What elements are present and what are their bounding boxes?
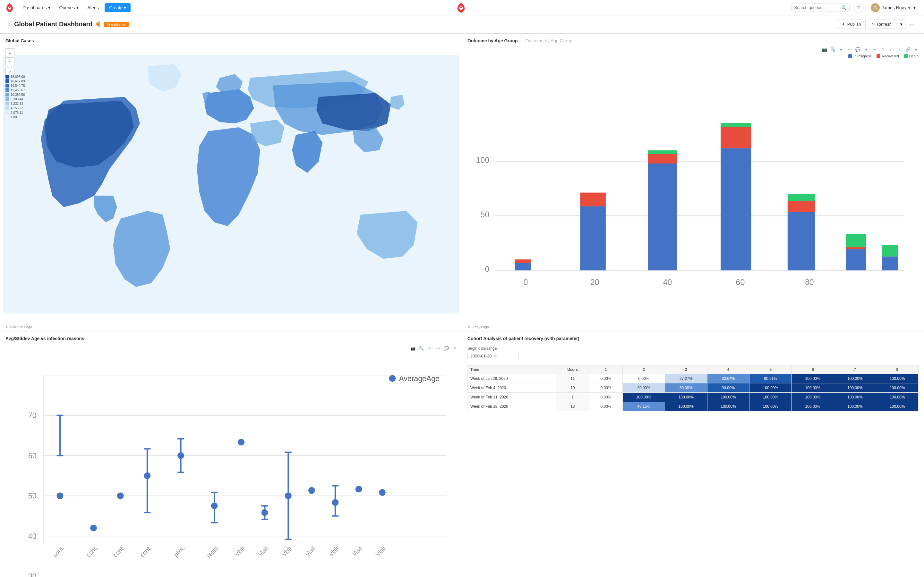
cohort-value-cell: 100.00% — [792, 383, 834, 392]
outcome-footer: ↻ 8 days ago — [462, 323, 924, 331]
svg-rect-27 — [720, 123, 751, 127]
cohort-value-cell: 100.00% — [792, 374, 834, 383]
avg-camera-icon[interactable]: 📷 — [409, 345, 417, 352]
navbar-center — [133, 2, 788, 13]
map-legend-item: 10,386.56 — [5, 93, 25, 97]
svg-text:50: 50 — [480, 210, 489, 219]
nav-dashboards[interactable]: Dashboards ▾ — [19, 3, 53, 12]
svg-text:Visit: Visit — [327, 545, 340, 558]
cohort-value-cell: 100.00% — [834, 383, 876, 392]
svg-rect-25 — [720, 148, 751, 270]
cohort-value-cell: 0.00% — [589, 402, 622, 411]
avatar: JN — [871, 3, 880, 12]
avg-comment-icon[interactable]: 💬 — [443, 345, 450, 352]
col-5: 5 — [750, 365, 792, 374]
cohort-value-cell: 0.00% — [589, 392, 622, 402]
pencil-icon: ✎ — [494, 354, 497, 358]
publish-button[interactable]: ✈ Publish — [837, 19, 866, 29]
zoom-in-button[interactable]: + — [5, 48, 15, 57]
date-input[interactable]: 2020-01-28 ✎ — [467, 352, 519, 360]
svg-rect-30 — [788, 194, 815, 201]
navbar: Dashboards ▾ Queries ▾ Alerts Create ▾ 🔍… — [0, 0, 924, 15]
cohort-value-cell: 100.00% — [876, 392, 919, 402]
search-icon: 🔍 — [841, 5, 846, 10]
map-legend-item: 8,309.44 — [5, 97, 25, 101]
favorite-star-icon[interactable]: ☆ — [6, 21, 11, 28]
camera-icon[interactable]: 📷 — [821, 46, 828, 53]
search-box[interactable]: 🔍 — [792, 3, 850, 12]
user-chevron-icon: ▾ — [913, 5, 916, 10]
help-button[interactable]: ? — [853, 3, 864, 13]
svg-rect-23 — [648, 154, 677, 163]
comment-icon[interactable]: 💬 — [855, 46, 861, 53]
avg-zoom-icon[interactable]: 🔍 — [418, 345, 425, 352]
avg-menu-icon[interactable]: ≡ — [451, 345, 458, 352]
col-time: Time — [468, 365, 556, 374]
svg-point-82 — [379, 489, 386, 496]
create-button[interactable]: Create ▾ — [105, 3, 131, 12]
dashboard-actions: ✈ Publish ↻ Refresh ▾ ⋯ — [837, 19, 918, 29]
search-input[interactable] — [795, 5, 839, 10]
navbar-right: 🔍 ? JN James Nguyen ▾ — [792, 1, 919, 14]
cohort-value-cell: 100.00% — [876, 374, 919, 383]
bar-chart-legend: In Progress Recovered Death — [462, 54, 924, 59]
select-icon[interactable]: ⋯ — [846, 46, 853, 53]
avg-add-icon[interactable]: + — [426, 345, 433, 352]
home-icon[interactable]: ⌂ — [888, 46, 895, 53]
updown-icon[interactable]: ↕ — [896, 46, 903, 53]
svg-point-76 — [309, 487, 315, 494]
col-4: 4 — [707, 365, 750, 374]
nav-alerts[interactable]: Alerts — [84, 3, 102, 12]
plus-icon[interactable]: + — [863, 46, 870, 53]
col-1: 1 — [589, 365, 622, 374]
cohort-value-cell: 50.00% — [665, 383, 707, 392]
avg-select-icon[interactable]: ⋯ — [435, 345, 441, 352]
cohort-time-cell: Week of Feb 11, 2020 — [468, 392, 556, 402]
more-options-button[interactable]: ⋯ — [907, 19, 918, 29]
svg-rect-2 — [9, 6, 10, 8]
user-menu[interactable]: JN James Nguyen ▾ — [867, 1, 919, 14]
svg-rect-35 — [882, 245, 898, 256]
cohort-panel: Cohort Analysis of patient recovery (wit… — [462, 332, 924, 577]
svg-text:Visit: Visit — [351, 545, 364, 558]
cohort-value-cell: 90.91% — [750, 374, 792, 383]
svg-rect-20 — [580, 206, 606, 271]
nav-queries[interactable]: Queries ▾ — [56, 3, 82, 12]
svg-rect-21 — [580, 193, 606, 206]
zoom-icon[interactable]: 🔍 — [829, 46, 837, 53]
outcome-title: Outcome by Age Group — [467, 38, 518, 43]
dashboard-icon: 🍕 — [95, 21, 102, 27]
col-2: 2 — [623, 365, 665, 374]
cohort-value-cell: 100.00% — [834, 374, 876, 383]
refresh-icon: ↻ — [871, 22, 875, 27]
svg-rect-18 — [515, 263, 531, 271]
clock-icon: ↻ — [5, 325, 9, 329]
svg-text:20: 20 — [590, 277, 599, 287]
svg-text:Visit: Visit — [304, 545, 317, 558]
svg-point-62 — [178, 452, 184, 459]
avg-age-chart: 70 60 50 40 30 AverageAge — [0, 353, 462, 577]
cohort-value-cell: 63.64% — [707, 374, 750, 383]
link-icon[interactable]: 🔗 — [905, 46, 911, 53]
add-icon[interactable]: + — [838, 46, 845, 53]
map-svg-area — [0, 46, 462, 323]
cross-icon[interactable]: ✕ — [879, 46, 887, 53]
dashboard-header: ☆ Global Patient Dashboard 🍕 Unpublished… — [0, 15, 924, 33]
refresh-button[interactable]: ↻ Refresh — [867, 19, 897, 29]
outcome-chart-content: 0 50 100 0 20 40 60 80 — [462, 59, 924, 323]
refresh-dropdown-button[interactable]: ▾ — [898, 19, 905, 29]
minus-icon[interactable]: − — [871, 46, 878, 53]
publish-icon: ✈ — [842, 22, 845, 27]
table-row: Week of Feb 11, 202010.00%100.00%100.00%… — [468, 392, 919, 402]
svg-text:AverageAge: AverageAge — [399, 374, 439, 383]
svg-text:0: 0 — [485, 264, 489, 274]
cohort-table-container: Time Users 1 2 3 4 5 6 7 8 Week of Jan 2… — [462, 363, 924, 416]
svg-text:40: 40 — [663, 277, 672, 287]
zoom-out-button[interactable]: − — [5, 57, 15, 66]
legend-recovered: Recovered — [877, 54, 899, 58]
cohort-value-cell: 100.00% — [623, 392, 665, 402]
outcome-toolbar: 📷 🔍 + ⋯ 💬 + − ✕ ⌂ ↕ 🔗 ≡ — [462, 45, 924, 54]
cohort-users-cell: 1 — [556, 392, 589, 402]
cohort-value-cell: 100.00% — [876, 383, 919, 392]
menu-icon[interactable]: ≡ — [913, 46, 920, 53]
